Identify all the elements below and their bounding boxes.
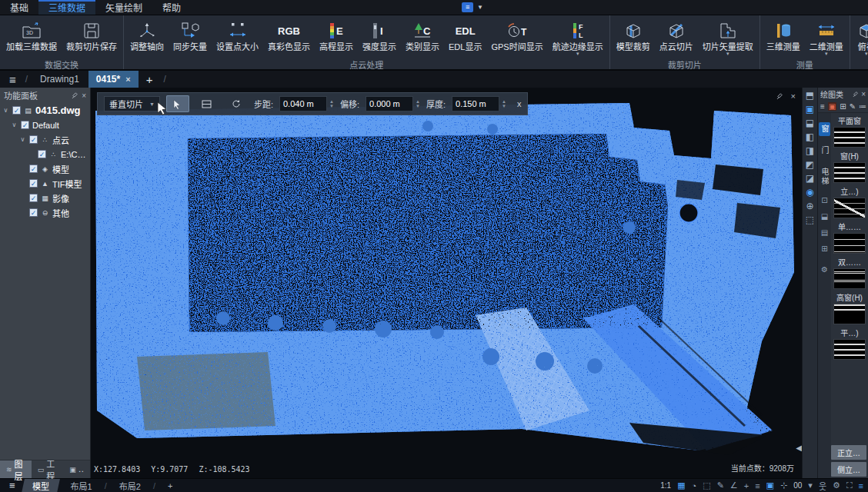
- ribbon-button-加载三维数据[interactable]: 3D加载三维数据: [2, 18, 62, 58]
- quick-access-icon[interactable]: ≡: [462, 2, 473, 12]
- scale-1-1-icon[interactable]: 1:1: [660, 481, 671, 490]
- ribbon-button-类别显示[interactable]: C类别显示: [401, 18, 444, 58]
- ribbon-button-点云切片[interactable]: 点云切片: [655, 18, 698, 58]
- layout-tab-布局2[interactable]: 布局2: [110, 479, 150, 492]
- add-snap-icon[interactable]: +: [744, 481, 749, 490]
- new-tab-button[interactable]: +: [140, 73, 159, 86]
- tree-node-影像[interactable]: ✓▦影像: [0, 191, 90, 205]
- category-icon[interactable]: ▣: [828, 102, 836, 111]
- menu-item-基础[interactable]: 基础: [0, 0, 38, 15]
- block-category-icon[interactable]: ⊞: [821, 244, 827, 253]
- panel-tab-图层[interactable]: ≋图层: [0, 460, 32, 478]
- layout-tab-布局1[interactable]: 布局1: [62, 479, 102, 492]
- category-tab-电梯[interactable]: 电梯: [819, 165, 830, 188]
- viewport-canvas[interactable]: 垂直切片 ▼ 步距:0.040 m▲▼偏移:0.000 m▲▼厚度:0.150 …: [91, 88, 802, 478]
- view-cube-front-icon[interactable]: ▣: [806, 105, 814, 115]
- tree-node-TIF模型[interactable]: ✓▲TIF模型: [0, 176, 90, 191]
- visibility-checkbox[interactable]: ✓: [29, 194, 38, 202]
- menu-item-帮助[interactable]: 帮助: [152, 0, 191, 15]
- view-iso-se-icon[interactable]: ◪: [806, 174, 814, 184]
- file-menu-icon[interactable]: ≡: [5, 73, 21, 86]
- pick-icon[interactable]: ✎: [850, 102, 856, 111]
- numeric-input[interactable]: 0.040 m: [279, 96, 327, 111]
- category-tab-门[interactable]: 门: [819, 144, 830, 158]
- units-icon[interactable]: 00: [793, 481, 802, 490]
- select-tool-button[interactable]: [166, 95, 189, 112]
- pan-view-icon[interactable]: ⊕: [806, 201, 813, 211]
- menu-item-矢量绘制[interactable]: 矢量绘制: [95, 0, 152, 15]
- menu-lines-icon[interactable]: ≡: [859, 481, 863, 490]
- rail-category-icon[interactable]: ⊡: [821, 196, 827, 204]
- tree-node-0415-dwg[interactable]: ∨✓▤0415.dwg: [0, 103, 90, 118]
- elevation-button-侧立…[interactable]: 侧立…: [831, 462, 866, 477]
- more-options-icon[interactable]: ▾: [808, 480, 813, 490]
- viewport-icon[interactable]: ▣: [766, 480, 774, 490]
- ribbon-button-同步矢量[interactable]: 同步矢量: [169, 18, 212, 58]
- list-view-icon[interactable]: ≡: [820, 102, 825, 111]
- panel-category-icon[interactable]: ▤: [821, 228, 828, 237]
- annotate-icon[interactable]: ✎: [717, 480, 724, 490]
- visibility-checkbox[interactable]: ✓: [38, 150, 46, 158]
- add-item-icon[interactable]: ⊞: [840, 102, 846, 111]
- tree-node-Default[interactable]: ∨✓Default: [0, 118, 90, 132]
- lineweight-icon[interactable]: ≡: [755, 481, 760, 490]
- ribbon-button-航迹边缘显示[interactable]: FL航迹边缘显示▾: [548, 18, 608, 58]
- view-cube-left-icon[interactable]: ◧: [806, 132, 814, 142]
- ribbon-button-模型裁剪[interactable]: 模型裁剪: [612, 18, 655, 58]
- ribbon-button-高程显示[interactable]: E高程显示: [315, 18, 358, 58]
- ribbon-button-裁剪切片保存[interactable]: 裁剪切片保存: [62, 18, 122, 58]
- user-icon[interactable]: 웃: [819, 480, 826, 492]
- collapse-panel-icon[interactable]: ◀: [796, 444, 802, 452]
- block-item-高窗(H)[interactable]: 高窗(H): [833, 291, 866, 324]
- settings-gear-icon[interactable]: ⚙: [821, 265, 828, 274]
- stair-category-icon[interactable]: ⬓: [821, 212, 828, 221]
- orbit-view-icon[interactable]: ◉: [806, 188, 813, 198]
- angle-snap-icon[interactable]: ∠: [730, 480, 738, 490]
- view-cube-top-icon[interactable]: ⬒: [806, 91, 814, 101]
- category-tab-窗[interactable]: 窗: [819, 122, 830, 136]
- block-item-平面窗[interactable]: 平面窗: [833, 115, 866, 148]
- ribbon-button-调整轴向[interactable]: 调整轴向: [125, 18, 169, 58]
- close-tab-icon[interactable]: ×: [125, 75, 130, 84]
- spinner-arrows[interactable]: ▲▼: [327, 99, 334, 108]
- tree-node-E-CS-1-[interactable]: ✓∴E:\CS\1...: [0, 147, 90, 161]
- grid-snap-icon[interactable]: ▦: [677, 480, 685, 490]
- tree-node-其他[interactable]: ✓⊖其他: [0, 205, 90, 220]
- spinner-arrows[interactable]: ▲▼: [413, 99, 420, 108]
- crosshair-icon[interactable]: ⊹: [780, 480, 787, 490]
- ribbon-button-切片矢量提取[interactable]: 切片矢量提取▾: [698, 18, 758, 58]
- zoom-extents-icon[interactable]: ⬚: [806, 215, 814, 225]
- block-item-平…)[interactable]: 平…): [833, 327, 866, 360]
- ribbon-button-强度显示[interactable]: I强度显示: [358, 18, 401, 58]
- layout-tab-模型[interactable]: 模型: [22, 479, 60, 492]
- panel-tab-工程[interactable]: ▭工程: [32, 460, 63, 478]
- fullscreen-icon[interactable]: ⛶: [846, 480, 853, 490]
- settings-gear-icon[interactable]: ⚙: [833, 480, 840, 490]
- document-tab-Drawing1[interactable]: Drawing1: [32, 71, 87, 88]
- menu-item-三维数据[interactable]: 三维数据: [38, 0, 95, 15]
- view-cube-right-icon[interactable]: ◨: [806, 146, 814, 156]
- block-item-窗(H)[interactable]: 窗(H): [833, 150, 866, 183]
- tree-node-点云[interactable]: ∨✓∴点云: [0, 132, 90, 147]
- visibility-checkbox[interactable]: ✓: [29, 208, 38, 217]
- ribbon-button-设置点大小[interactable]: 设置点大小: [212, 18, 263, 58]
- block-item-立…)[interactable]: 立…): [833, 185, 866, 218]
- view-cube-back-icon[interactable]: ⬓: [806, 118, 814, 128]
- tree-caret-icon[interactable]: ∨: [2, 107, 9, 114]
- visibility-checkbox[interactable]: ✓: [29, 135, 38, 144]
- pin-icon[interactable]: [72, 91, 78, 100]
- ribbon-button-俯视[interactable]: 俯视▾: [852, 18, 868, 58]
- object-snap-icon[interactable]: ⬚: [703, 480, 710, 490]
- refresh-slice-button[interactable]: [225, 95, 248, 112]
- numeric-input[interactable]: 0.000 m: [366, 96, 413, 111]
- numeric-input[interactable]: 0.150 m: [452, 96, 499, 111]
- block-item-双……[interactable]: 双……: [833, 256, 866, 289]
- tree-caret-icon[interactable]: ∨: [11, 121, 18, 128]
- visibility-checkbox[interactable]: ✓: [29, 165, 38, 173]
- filter-icon[interactable]: ≔: [859, 102, 866, 111]
- ribbon-button-三维测量[interactable]: 三维测量: [762, 18, 805, 58]
- visibility-checkbox[interactable]: ✓: [29, 179, 38, 188]
- close-icon[interactable]: ×: [861, 90, 866, 98]
- slice-toolbar-close-icon[interactable]: x: [517, 99, 522, 108]
- ribbon-button-EDL显示[interactable]: EDLEDL显示: [444, 18, 486, 58]
